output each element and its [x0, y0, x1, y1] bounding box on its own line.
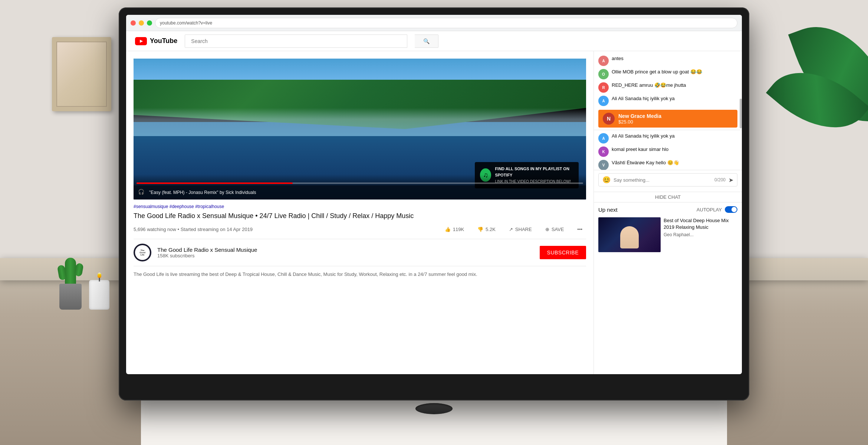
next-video-figure	[620, 226, 639, 248]
next-video-title: Best of Vocal Deep House Mix 2019 Relaxi…	[664, 217, 737, 231]
channel-subscribers: 158K subscribers	[157, 253, 534, 258]
save-button[interactable]: ⊕ SAVE	[542, 224, 568, 234]
chat-avatar-komal: K	[598, 146, 609, 157]
chat-messages-container[interactable]: A antes O Ollie MOB prince get a bl	[594, 51, 742, 170]
chat-content-ali1: Ali Ali Sanada hiç iyilik yok ya	[612, 96, 675, 101]
super-chat-new-grace: N New Grace Media $25.00	[598, 110, 737, 128]
scene-coast	[134, 108, 586, 136]
chat-message-komal: K komal preet kaur simar hlo	[594, 145, 742, 158]
like-button[interactable]: 👍 119K	[441, 224, 468, 234]
youtube-search-button[interactable]: 🔍	[415, 34, 438, 48]
share-label: SHARE	[515, 227, 532, 232]
url-text: youtube.com/watch?v=live	[160, 20, 212, 26]
chat-content-red: RED_HERE amruu 🤣😂me jhutta	[612, 82, 686, 88]
candle-body	[89, 280, 109, 310]
youtube-header: YouTube 🔍	[126, 31, 742, 51]
chat-avatar-ali1: A	[598, 96, 609, 106]
chat-message-ali2: A Ali Ali Sanada hiç iyilik yok ya	[594, 132, 742, 145]
channel-avatar-inner: TheGoodLife	[135, 245, 150, 260]
dislike-count: 5.2K	[486, 227, 496, 232]
autoplay-row: AUTOPLAY	[697, 206, 737, 213]
up-next-title: Up next	[598, 207, 618, 213]
share-icon: ↗	[509, 227, 513, 232]
chat-scrollbar-handle[interactable]	[740, 99, 742, 128]
chat-avatar-red: R	[598, 82, 609, 93]
wall-frame	[52, 37, 111, 111]
cactus-pot	[59, 284, 82, 310]
up-next-section: Up next AUTOPLAY Best o	[594, 202, 742, 255]
more-options-button[interactable]: •••	[573, 224, 586, 234]
emoji-button[interactable]: 😊	[602, 176, 611, 184]
chat-message-vashti: V Vãshtï Ëtwàrøe Kay hello 😊👋	[594, 158, 742, 170]
cactus-body	[65, 258, 76, 287]
subscribe-button[interactable]: SUBSCRIBE	[540, 246, 586, 259]
video-tags[interactable]: #sensualmusique #deephouse #tropicalhous…	[134, 204, 586, 209]
chat-character-counter: 0/200	[714, 177, 726, 182]
chat-content-ali2: Ali Ali Sanada hiç iyilik yok ya	[612, 133, 675, 139]
chat-avatar-ollie: O	[598, 69, 609, 79]
autoplay-toggle[interactable]	[725, 206, 737, 213]
channel-avatar: TheGoodLife	[134, 244, 151, 261]
channel-details: The Good Life Radio x Sensual Musique 15…	[157, 247, 534, 258]
channel-info: TheGoodLife The Good Life Radio x Sensua…	[134, 239, 586, 266]
chat-content-antes: antes	[612, 56, 624, 61]
save-icon: ⊕	[545, 227, 549, 232]
monitor: youtube.com/watch?v=live YouTube 🔍	[119, 7, 749, 400]
channel-name[interactable]: The Good Life Radio x Sensual Musique	[157, 247, 534, 253]
dislike-button[interactable]: 👎 5.2K	[474, 224, 499, 234]
chat-message-antes: A antes	[594, 54, 742, 67]
like-count: 119K	[453, 227, 464, 232]
hide-chat-button[interactable]: HIDE CHAT	[594, 192, 742, 202]
video-description: The Good Life is live streaming the best…	[134, 266, 586, 283]
video-title: The Good Life Radio x Sensual Musique • …	[134, 211, 586, 221]
scene-sky	[134, 59, 586, 80]
video-area: ♫ FIND ALL SONGS IN MY PLAYLIST ON SPOTI…	[126, 51, 594, 374]
video-info: #sensualmusique #deephouse #tropicalhous…	[134, 200, 586, 287]
youtube-search-input[interactable]	[185, 34, 407, 48]
next-video-channel: Geo Raphael...	[664, 232, 737, 237]
chat-content-vashti: Vãshtï Ëtwàrøe Kay hello 😊👋	[612, 160, 679, 165]
up-next-header: Up next AUTOPLAY	[598, 206, 737, 213]
browser-bar: youtube.com/watch?v=live	[126, 15, 742, 31]
chat-input-row: 😊 0/200 ➤	[598, 173, 737, 187]
youtube-content: ♫ FIND ALL SONGS IN MY PLAYLIST ON SPOTI…	[126, 51, 742, 374]
chat-avatar-antes: A	[598, 56, 609, 66]
chat-divider	[594, 130, 742, 130]
thumbs-up-icon: 👍	[445, 227, 451, 232]
thumbs-down-icon: 👎	[477, 227, 483, 232]
monitor-screen: youtube.com/watch?v=live YouTube 🔍	[126, 15, 742, 374]
super-chat-avatar: N	[603, 113, 615, 125]
chat-sidebar: A antes O Ollie MOB prince get a bl	[594, 51, 742, 374]
browser-maximize[interactable]	[147, 20, 152, 26]
chat-content-komal: komal preet kaur simar hlo	[612, 146, 668, 152]
plant-right	[757, 0, 868, 185]
video-controls[interactable]	[134, 174, 586, 185]
share-button[interactable]: ↗ SHARE	[505, 224, 536, 234]
next-video-image	[598, 217, 661, 252]
chat-avatar-ali2: A	[598, 133, 609, 144]
browser-close[interactable]	[131, 20, 136, 26]
save-label: SAVE	[552, 227, 564, 232]
youtube-logo: YouTube	[135, 37, 177, 45]
chat-message-ollie: O Ollie MOB prince get a blow up goat 😂😂	[594, 67, 742, 81]
browser-minimize[interactable]	[139, 20, 144, 26]
youtube-logo-icon	[135, 37, 147, 45]
next-video-thumbnail	[598, 217, 661, 252]
chat-content-ollie: Ollie MOB prince get a blow up goat 😂😂	[612, 69, 702, 75]
video-player[interactable]: ♫ FIND ALL SONGS IN MY PLAYLIST ON SPOTI…	[134, 59, 586, 200]
headphone-icon: 🎧	[138, 189, 145, 196]
chat-input-area: 😊 0/200 ➤	[594, 170, 742, 192]
browser-url-bar[interactable]: youtube.com/watch?v=live	[155, 18, 737, 28]
now-playing-text: "Easy (feat. MPH) - Jonasu Remix" by Sic…	[149, 190, 256, 195]
next-video-card[interactable]: Best of Vocal Deep House Mix 2019 Relaxi…	[598, 216, 737, 254]
drawer-handle	[415, 403, 453, 414]
next-video-info: Best of Vocal Deep House Mix 2019 Relaxi…	[664, 217, 737, 252]
chat-send-button[interactable]: ➤	[729, 177, 733, 184]
chat-text-input[interactable]	[614, 177, 711, 183]
progress-bar[interactable]	[137, 182, 583, 184]
candle-flame	[98, 273, 101, 278]
now-playing-bar: 🎧 "Easy (feat. MPH) - Jonasu Remix" by S…	[134, 185, 586, 200]
progress-fill	[137, 182, 293, 184]
video-meta: 5,696 watching now • Started streaming o…	[134, 224, 586, 239]
watching-count: 5,696 watching now • Started streaming o…	[134, 227, 253, 232]
